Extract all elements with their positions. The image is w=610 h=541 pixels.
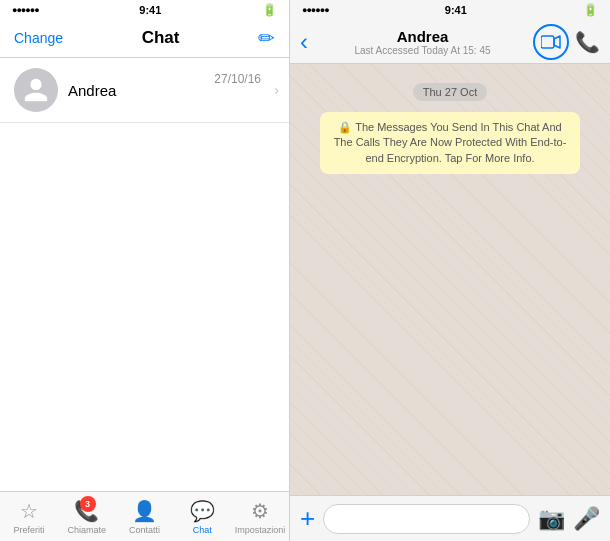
settings-icon: ⚙ [251,499,269,523]
chat-item-andrea[interactable]: Andrea 27/10/16 › [0,58,289,123]
tab-chiamate-label: Chiamate [67,525,106,535]
tab-contatti[interactable]: 👤 Contatti [116,492,174,541]
right-time: 9:41 [445,4,467,16]
chiamate-badge: 3 [80,496,96,512]
right-battery: 🔋 [583,3,598,17]
tab-chiamate[interactable]: 📞 Chiamate 3 [58,492,116,541]
svg-rect-0 [541,36,554,48]
camera-button[interactable]: 📷 [538,506,565,532]
left-battery: 🔋 [262,3,277,17]
star-icon: ☆ [20,499,38,523]
date-label: Thu 27 Oct [413,83,487,101]
chat-tab-icon: 💬 [190,499,215,523]
tab-chat[interactable]: 💬 Chat [173,492,231,541]
person-icon [22,76,50,104]
contact-info: Andrea Last Accessed Today At 15: 45 [312,28,533,56]
right-panel: ●●●●●● 9:41 🔋 ‹ Andrea Last Accessed Tod… [290,0,610,541]
video-icon [541,35,561,49]
left-nav-title: Chat [142,28,180,48]
tab-impostazioni-label: Impostazioni [235,525,286,535]
tab-chat-label: Chat [193,525,212,535]
tab-bar: ☆ Preferiti 📞 Chiamate 3 👤 Contatti 💬 Ch… [0,491,289,541]
contacts-icon: 👤 [132,499,157,523]
tab-impostazioni[interactable]: ⚙ Impostazioni [231,492,289,541]
phone-button[interactable]: 📞 [575,30,600,54]
change-button[interactable]: Change [14,30,63,46]
right-nav-bar: ‹ Andrea Last Accessed Today At 15: 45 📞 [290,20,610,64]
left-nav-bar: Change Chat ✏ [0,20,289,58]
tab-preferiti-label: Preferiti [13,525,44,535]
right-signal: ●●●●●● [302,5,329,15]
back-button[interactable]: ‹ [300,30,308,54]
add-button[interactable]: + [300,503,315,534]
left-panel: ●●●●●● 9:41 🔋 Change Chat ✏ Andrea 27/10… [0,0,290,541]
encryption-message[interactable]: 🔒 The Messages You Send In This Chat And… [320,112,580,174]
video-call-button[interactable] [533,24,569,60]
contact-status: Last Accessed Today At 15: 45 [354,45,490,56]
compose-icon[interactable]: ✏ [258,26,275,50]
left-status-bar: ●●●●●● 9:41 🔋 [0,0,289,20]
chat-list: Andrea 27/10/16 › [0,58,289,491]
chat-date-andrea: 27/10/16 [214,72,261,86]
tab-contatti-label: Contatti [129,525,160,535]
left-signal: ●●●●●● [12,5,39,15]
right-status-bar: ●●●●●● 9:41 🔋 [290,0,610,20]
avatar-andrea [14,68,58,112]
chevron-icon: › [274,82,279,98]
tab-preferiti[interactable]: ☆ Preferiti [0,492,58,541]
left-time: 9:41 [139,4,161,16]
message-input[interactable] [323,504,530,534]
mic-button[interactable]: 🎤 [573,506,600,532]
chat-input-bar: + 📷 🎤 [290,495,610,541]
chat-background: Thu 27 Oct 🔒 The Messages You Send In Th… [290,64,610,495]
date-badge: Thu 27 Oct [413,82,487,100]
svg-marker-1 [554,36,560,48]
contact-name: Andrea [397,28,449,45]
